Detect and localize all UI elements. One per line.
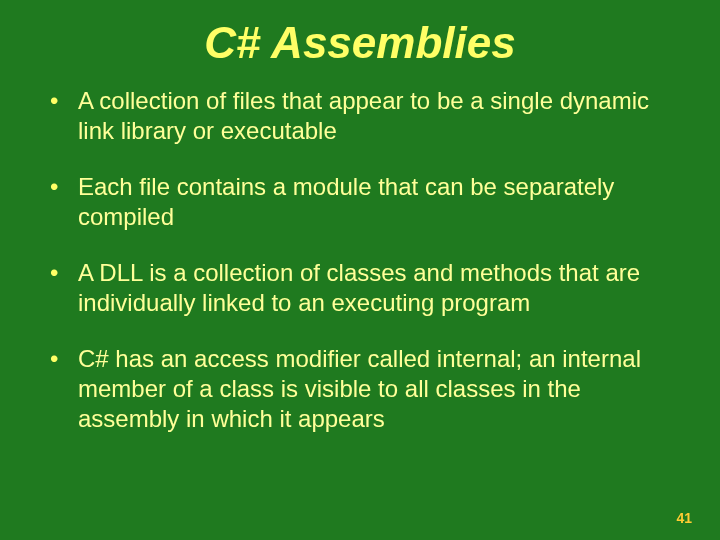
bullet-item: C# has an access modifier called interna…	[50, 344, 670, 434]
page-number: 41	[676, 510, 692, 526]
bullet-item: Each file contains a module that can be …	[50, 172, 670, 232]
bullet-item: A collection of files that appear to be …	[50, 86, 670, 146]
bullet-item: A DLL is a collection of classes and met…	[50, 258, 670, 318]
slide: C# Assemblies A collection of files that…	[0, 0, 720, 540]
slide-content: A collection of files that appear to be …	[0, 86, 720, 434]
bullet-list: A collection of files that appear to be …	[50, 86, 670, 434]
slide-title: C# Assemblies	[0, 0, 720, 86]
